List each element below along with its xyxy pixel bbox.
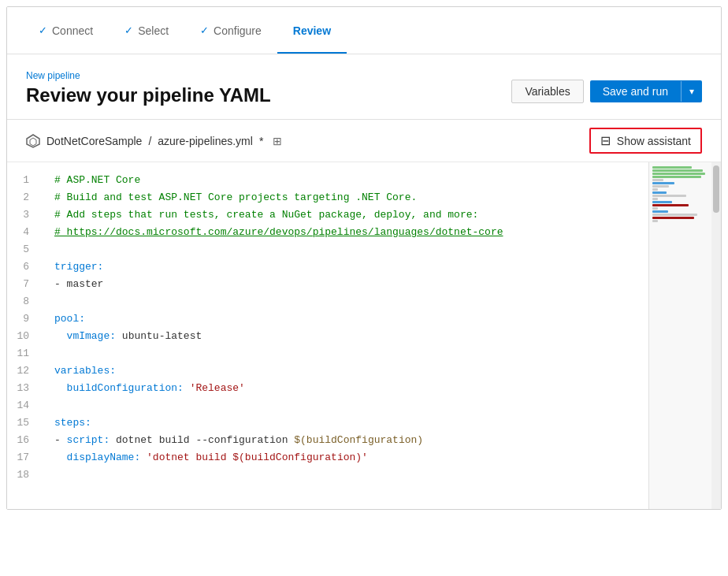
line-num-15: 15 (7, 414, 35, 432)
page-title: Review your pipeline YAML (26, 84, 271, 106)
variables-button[interactable]: Variables (511, 80, 583, 103)
wizard-step-configure-label: Configure (214, 24, 262, 37)
line-num-7: 7 (7, 276, 35, 293)
copy-icon[interactable]: ⊞ (273, 135, 282, 147)
wizard-step-review[interactable]: Review (277, 7, 347, 54)
line-num-12: 12 (7, 362, 35, 380)
scrollbar-thumb[interactable] (713, 165, 719, 213)
file-modified-indicator: * (259, 135, 263, 147)
page-header: New pipeline Review your pipeline YAML V… (7, 54, 721, 120)
show-assistant-button[interactable]: ⊟ Show assistant (589, 128, 702, 154)
code-line-17: displayName: 'dotnet build $(buildConfig… (54, 449, 648, 466)
filename: azure-pipelines.yml (158, 135, 253, 147)
line-num-1: 1 (7, 172, 35, 189)
line-num-16: 16 (7, 432, 35, 449)
line-num-3: 3 (7, 206, 35, 224)
save-and-run-button[interactable]: Save and run ▾ (590, 80, 702, 102)
path-separator: / (148, 135, 151, 147)
line-num-10: 10 (7, 328, 35, 345)
editor-toolbar: DotNetCoreSample / azure-pipelines.yml *… (7, 120, 721, 162)
line-num-17: 17 (7, 449, 35, 466)
code-line-14 (54, 397, 648, 414)
repo-icon (26, 134, 40, 148)
wizard-nav: ✓ Connect ✓ Select ✓ Configure Review (7, 7, 721, 54)
minimap (648, 162, 711, 509)
line-num-6: 6 (7, 258, 35, 276)
code-editor[interactable]: 1 2 3 4 5 6 7 8 9 10 11 12 13 14 15 16 1… (7, 162, 721, 509)
code-line-9: pool: (54, 310, 648, 328)
wizard-step-connect[interactable]: ✓ Connect (23, 7, 109, 54)
line-numbers: 1 2 3 4 5 6 7 8 9 10 11 12 13 14 15 16 1… (7, 162, 45, 509)
wizard-step-review-label: Review (293, 24, 331, 37)
line-num-11: 11 (7, 345, 35, 362)
line-num-5: 5 (7, 241, 35, 258)
code-line-16: - script: dotnet build --configuration $… (54, 432, 648, 449)
code-line-7: - master (54, 276, 648, 293)
code-line-8 (54, 293, 648, 310)
wizard-step-select[interactable]: ✓ Select (109, 7, 184, 54)
editor-area: DotNetCoreSample / azure-pipelines.yml *… (7, 120, 721, 509)
line-num-4: 4 (7, 224, 35, 241)
wizard-step-select-label: Select (138, 24, 169, 37)
line-num-2: 2 (7, 189, 35, 206)
line-num-9: 9 (7, 310, 35, 328)
breadcrumb: New pipeline (26, 70, 271, 81)
code-line-12: variables: (54, 362, 648, 380)
header-actions: Variables Save and run ▾ (511, 80, 702, 106)
code-line-11 (54, 345, 648, 362)
minimap-content (649, 162, 711, 226)
assistant-icon: ⊟ (600, 133, 611, 148)
repo-name: DotNetCoreSample (46, 135, 142, 147)
code-line-6: trigger: (54, 258, 648, 276)
code-line-5 (54, 241, 648, 258)
line-num-18: 18 (7, 466, 35, 484)
line-num-8: 8 (7, 293, 35, 310)
code-content[interactable]: # ASP.NET Core # Build and test ASP.NET … (45, 162, 648, 509)
code-line-18 (54, 466, 648, 484)
save-and-run-chevron-icon[interactable]: ▾ (681, 81, 702, 102)
header-left: New pipeline Review your pipeline YAML (26, 70, 271, 106)
line-num-14: 14 (7, 397, 35, 414)
check-icon: ✓ (39, 24, 47, 36)
wizard-step-configure[interactable]: ✓ Configure (184, 7, 277, 54)
code-line-3: # Add steps that run tests, create a NuG… (54, 206, 648, 224)
svg-marker-1 (30, 138, 36, 146)
code-line-10: vmImage: ubuntu-latest (54, 328, 648, 345)
code-line-2: # Build and test ASP.NET Core projects t… (54, 189, 648, 206)
wizard-step-connect-label: Connect (52, 24, 93, 37)
save-and-run-label: Save and run (590, 80, 681, 102)
code-line-1: # ASP.NET Core (54, 172, 648, 189)
file-info: DotNetCoreSample / azure-pipelines.yml *… (26, 134, 282, 148)
check-icon-configure: ✓ (200, 24, 209, 36)
code-line-15: steps: (54, 414, 648, 432)
check-icon-select: ✓ (124, 24, 133, 36)
show-assistant-label: Show assistant (617, 135, 691, 147)
code-line-13: buildConfiguration: 'Release' (54, 380, 648, 397)
vertical-scrollbar[interactable] (711, 162, 721, 509)
line-num-13: 13 (7, 380, 35, 397)
code-line-4: # https://docs.microsoft.com/azure/devop… (54, 224, 648, 241)
